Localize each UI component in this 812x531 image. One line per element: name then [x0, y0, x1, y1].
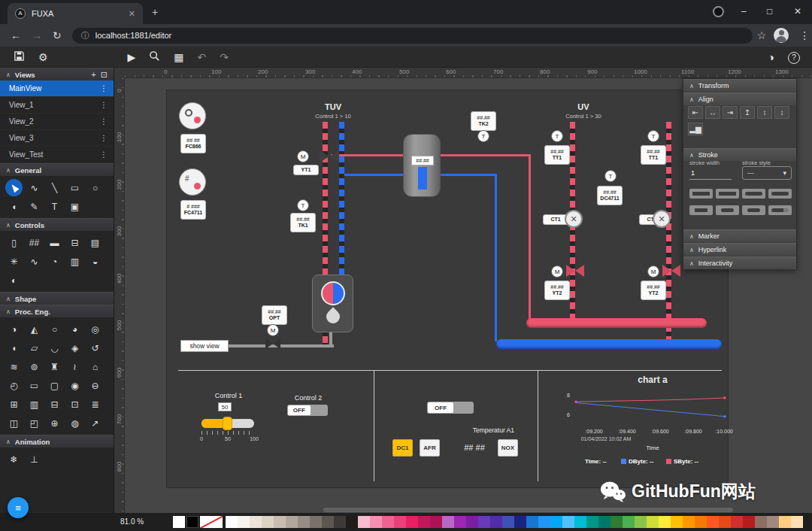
- control-tool[interactable]: ▬: [44, 233, 65, 252]
- palette-color[interactable]: [743, 516, 755, 528]
- palette-color[interactable]: [562, 516, 574, 528]
- palette-color[interactable]: [538, 516, 550, 528]
- view-item[interactable]: View_2 ⋮: [0, 114, 114, 130]
- palette-color[interactable]: [418, 516, 430, 528]
- palette-color[interactable]: [310, 516, 322, 528]
- control-tool[interactable]: ◐: [4, 271, 24, 290]
- view-menu-kebab-icon[interactable]: ⋮: [100, 101, 108, 109]
- stroke-cap-option[interactable]: [716, 189, 739, 199]
- proc-shape-tool[interactable]: ◍: [65, 414, 85, 432]
- window-close-button[interactable]: ✕: [794, 6, 801, 17]
- stroke-cap-option[interactable]: [716, 205, 739, 215]
- palette-color[interactable]: [647, 516, 659, 528]
- section-header-shape[interactable]: ∧ Shape: [0, 292, 114, 305]
- palette-color[interactable]: [454, 516, 466, 528]
- proc-shape-tool[interactable]: ⊕: [44, 414, 65, 432]
- control-tool[interactable]: ▤: [85, 233, 105, 252]
- window-maximize-button[interactable]: □: [767, 6, 772, 17]
- palette-color[interactable]: [382, 516, 394, 528]
- palette-color[interactable]: [767, 516, 779, 528]
- proc-shape-tool[interactable]: ◉: [65, 376, 85, 395]
- url-text[interactable]: localhost:1881/editor: [95, 31, 172, 40]
- proc-shape-tool[interactable]: ◡: [44, 338, 65, 357]
- palette-color[interactable]: [226, 516, 238, 528]
- proc-shape-tool[interactable]: ⌂: [85, 357, 105, 376]
- proc-shape-tool[interactable]: ▭: [24, 376, 44, 395]
- marker-section-header[interactable]: ∧ Marker: [683, 229, 796, 242]
- proc-shape-tool[interactable]: ⊖: [85, 376, 105, 395]
- control-tool[interactable]: ##: [24, 233, 44, 252]
- palette-color[interactable]: [707, 516, 719, 528]
- draw-tool[interactable]: T: [44, 197, 65, 216]
- menu-fab-button[interactable]: ≡: [8, 497, 29, 518]
- page-info-icon[interactable]: ⓘ: [81, 30, 89, 41]
- proc-shape-tool[interactable]: ▢: [44, 376, 65, 395]
- mainview-drawing-area[interactable]: TUV Control 1 > 10 UV Control 1 > 30 U C…: [167, 90, 728, 487]
- palette-color[interactable]: [635, 516, 647, 528]
- control-tool[interactable]: ▯: [4, 233, 24, 252]
- redo-button[interactable]: ↷: [220, 51, 229, 63]
- palette-color[interactable]: [298, 516, 310, 528]
- draw-tool[interactable]: ╲: [44, 178, 65, 197]
- bookmark-star-icon[interactable]: ☆: [757, 29, 767, 41]
- palette-color[interactable]: [755, 516, 767, 528]
- proc-shape-tool[interactable]: ◕: [65, 320, 85, 338]
- add-view-icon[interactable]: +: [91, 70, 95, 79]
- view-menu-kebab-icon[interactable]: ⋮: [100, 150, 108, 159]
- palette-color[interactable]: [274, 516, 286, 528]
- profile-avatar[interactable]: [774, 28, 789, 43]
- proc-shape-tool[interactable]: ↺: [85, 338, 105, 357]
- draw-tool[interactable]: ○: [85, 178, 105, 197]
- draw-tool[interactable]: [5, 179, 23, 196]
- proc-shape-tool[interactable]: ◑: [4, 320, 24, 338]
- zoom-level[interactable]: 81.0 %: [120, 517, 144, 526]
- new-tab-button[interactable]: +: [152, 6, 158, 18]
- control-tool[interactable]: ✳: [4, 252, 24, 271]
- stroke-cap-option[interactable]: [742, 189, 765, 199]
- refresh-icon[interactable]: ↻: [53, 29, 62, 41]
- proc-shape-tool[interactable]: ⊞: [4, 395, 24, 414]
- palette-color[interactable]: [683, 516, 695, 528]
- palette-color[interactable]: [394, 516, 406, 528]
- stroke-cap-option[interactable]: [768, 189, 792, 199]
- control-tool[interactable]: ⊟: [65, 233, 85, 252]
- import-view-icon[interactable]: ⊡: [101, 70, 108, 80]
- palette-color[interactable]: [623, 516, 635, 528]
- palette-color[interactable]: [466, 516, 478, 528]
- proc-shape-tool[interactable]: ▱: [24, 338, 44, 357]
- stroke-cap-option[interactable]: [742, 205, 765, 215]
- palette-color[interactable]: [719, 516, 731, 528]
- proc-shape-tool[interactable]: ◖: [4, 338, 24, 357]
- palette-color[interactable]: [478, 516, 490, 528]
- palette-color[interactable]: [502, 516, 514, 528]
- views-panel-header[interactable]: ∧ Views + ⊡: [0, 68, 114, 80]
- palette-white[interactable]: [173, 516, 185, 528]
- palette-color[interactable]: [490, 516, 502, 528]
- help-button[interactable]: ?: [788, 50, 800, 64]
- proc-shape-tool[interactable]: ⊡: [65, 395, 85, 414]
- tab-close-icon[interactable]: ✕: [129, 9, 135, 19]
- interactivity-section-header[interactable]: ∧ Interactivity: [683, 256, 796, 269]
- draw-tool[interactable]: ▭: [65, 178, 85, 197]
- settings-gear-button[interactable]: ⚙: [38, 51, 48, 63]
- proc-shape-tool[interactable]: ▥: [24, 395, 44, 414]
- palette-color[interactable]: [598, 516, 611, 528]
- palette-color[interactable]: [430, 516, 442, 528]
- palette-color[interactable]: [550, 516, 562, 528]
- save-button[interactable]: [14, 50, 25, 64]
- view-menu-kebab-icon[interactable]: ⋮: [100, 117, 108, 126]
- proc-shape-tool[interactable]: ≋: [4, 357, 24, 376]
- zoom-button[interactable]: [149, 50, 160, 64]
- url-bar[interactable]: ⓘ localhost:1881/editor: [72, 28, 753, 44]
- palette-color[interactable]: [731, 516, 743, 528]
- proc-shape-tool[interactable]: ⊚: [24, 357, 44, 376]
- palette-color[interactable]: [671, 516, 683, 528]
- palette-color[interactable]: [695, 516, 707, 528]
- stroke-cap-option[interactable]: [689, 205, 713, 215]
- view-item[interactable]: View_3 ⋮: [0, 130, 114, 147]
- proc-shape-tool[interactable]: ↗: [85, 414, 105, 432]
- section-header-controls[interactable]: ∧ Controls: [0, 218, 114, 231]
- palette-color[interactable]: [286, 516, 298, 528]
- proc-shape-tool[interactable]: ♜: [44, 357, 65, 376]
- palette-color[interactable]: [322, 516, 334, 528]
